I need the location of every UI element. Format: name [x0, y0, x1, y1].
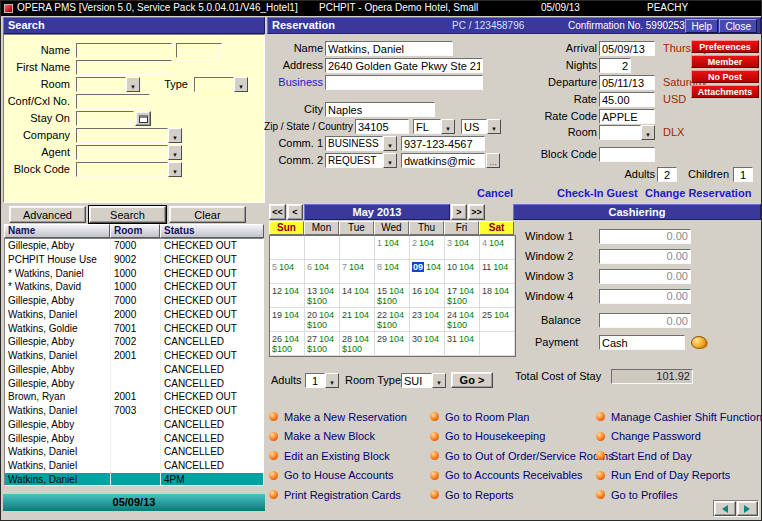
room-dropdown-button[interactable]: ▼ — [126, 77, 140, 92]
calendar-day[interactable]: 5104 — [270, 260, 305, 284]
money-icon[interactable] — [691, 336, 707, 349]
country-dropdown-button[interactable]: ▼ — [487, 119, 501, 134]
stay-on-calendar-button[interactable] — [135, 111, 151, 126]
calendar-day[interactable]: 4104 — [480, 236, 515, 260]
company-input[interactable] — [76, 128, 168, 143]
calendar-day[interactable]: 18104 — [480, 284, 515, 308]
calendar-day[interactable]: 27104$100 — [305, 332, 340, 356]
search-name-secondary-input[interactable] — [176, 43, 222, 58]
cal-room-type-input[interactable] — [401, 373, 432, 388]
no-post-button[interactable]: No Post — [691, 70, 759, 83]
type-dropdown-button[interactable]: ▼ — [234, 77, 248, 92]
prev-page-button[interactable] — [714, 501, 736, 516]
comm2-type-input[interactable] — [325, 153, 383, 168]
balance-field[interactable] — [599, 313, 691, 328]
cashier-window-value[interactable] — [599, 269, 691, 284]
agent-dropdown-button[interactable]: ▼ — [168, 145, 182, 160]
quick-link[interactable]: Start End of Day — [596, 446, 761, 466]
table-row[interactable]: PCHPIT House Use9002CHECKED OUT — [5, 253, 263, 267]
calendar-day[interactable]: 09104 — [410, 260, 445, 284]
table-row[interactable]: * Watkins, Daniel1000CHECKED OUT — [5, 267, 263, 281]
table-row[interactable]: Watkins, Daniel2000CHECKED OUT — [5, 308, 263, 322]
prev-year-button[interactable]: << — [269, 204, 286, 220]
cashier-window-value[interactable] — [599, 229, 691, 244]
quick-link[interactable]: Go to House Accounts — [269, 466, 430, 486]
preferences-button[interactable]: Preferences — [691, 40, 759, 53]
stay-on-input[interactable] — [76, 111, 134, 126]
comm1-value-input[interactable] — [401, 136, 485, 151]
calendar-day[interactable]: 3104 — [445, 236, 480, 260]
prev-month-button[interactable]: < — [287, 204, 303, 220]
table-row[interactable]: Gillespie, AbbyCANCELLED — [5, 377, 263, 391]
clear-button[interactable]: Clear — [169, 206, 246, 223]
next-year-button[interactable]: >> — [468, 204, 485, 220]
res-block-code-input[interactable] — [599, 147, 655, 162]
calendar-day[interactable]: 31104 — [445, 332, 480, 356]
quick-link[interactable]: Print Registration Cards — [269, 485, 430, 505]
calendar-day[interactable]: 20104$100 — [305, 308, 340, 332]
arrival-input[interactable] — [599, 41, 655, 56]
table-row[interactable]: Watkins, Goldie7001CHECKED OUT — [5, 322, 263, 336]
calendar-day[interactable]: 23104 — [410, 308, 445, 332]
column-header-status[interactable]: Status — [160, 224, 264, 238]
payment-input[interactable] — [599, 335, 685, 350]
check-in-guest-link[interactable]: Check-In Guest — [557, 187, 638, 199]
calendar-day[interactable]: 19104 — [270, 308, 305, 332]
search-name-input[interactable] — [76, 43, 172, 58]
calendar-day[interactable]: 28104$100 — [340, 332, 375, 356]
country-input[interactable] — [461, 119, 487, 134]
search-room-input[interactable] — [76, 77, 126, 92]
calendar-day[interactable]: 22104$100 — [375, 308, 410, 332]
help-button[interactable]: Help — [685, 19, 718, 33]
attachments-button[interactable]: Attachments — [691, 85, 759, 98]
calendar-day[interactable]: 7104 — [340, 260, 375, 284]
block-code-input[interactable] — [76, 162, 168, 177]
children-input[interactable] — [733, 167, 753, 182]
calendar-day[interactable]: 13104$100 — [305, 284, 340, 308]
next-page-button[interactable] — [737, 501, 759, 516]
calendar-day[interactable]: 14104 — [340, 284, 375, 308]
table-row[interactable]: Gillespie, AbbyCANCELLED — [5, 418, 263, 432]
quick-link[interactable]: Change Password — [596, 427, 761, 447]
calendar-day[interactable]: 2104 — [410, 236, 445, 260]
table-row[interactable]: Gillespie, AbbyCANCELLED — [5, 363, 263, 377]
table-row[interactable]: Brown, Ryan2001CHECKED OUT — [5, 390, 263, 404]
guest-name-input[interactable] — [325, 41, 453, 56]
table-row[interactable]: Gillespie, AbbyCANCELLED — [5, 432, 263, 446]
calendar-day[interactable]: 25104 — [480, 308, 515, 332]
calendar-day[interactable]: 15104$100 — [375, 284, 410, 308]
cal-adults-dropdown-button[interactable]: ▼ — [325, 373, 339, 388]
quick-link[interactable]: Manage Cashier Shift Functions — [596, 407, 761, 427]
quick-link[interactable]: Go to Room Plan — [430, 407, 596, 427]
company-dropdown-button[interactable]: ▼ — [168, 128, 182, 143]
table-row[interactable]: Gillespie, Abby7000CHECKED OUT — [5, 239, 263, 253]
close-button[interactable]: Close — [719, 19, 757, 33]
calendar-day[interactable]: 26104$100 — [270, 332, 305, 356]
comm2-dropdown-button[interactable]: ▼ — [383, 153, 397, 168]
quick-link[interactable]: Make a New Reservation — [269, 407, 430, 427]
res-room-input[interactable] — [599, 125, 641, 140]
calendar-day[interactable]: 1104 — [375, 236, 410, 260]
calendar-day[interactable]: 17104$100 — [445, 284, 480, 308]
nights-input[interactable] — [599, 58, 631, 73]
table-row[interactable]: Gillespie, Abby7002CANCELLED — [5, 335, 263, 349]
calendar-day[interactable]: 12104 — [270, 284, 305, 308]
quick-link[interactable]: Go to Reports — [430, 485, 596, 505]
rate-input[interactable] — [599, 92, 655, 107]
table-row[interactable]: Watkins, DanielCANCELLED — [5, 459, 263, 473]
cal-room-type-dropdown-button[interactable]: ▼ — [432, 373, 446, 388]
search-button[interactable]: Search — [89, 206, 166, 223]
res-room-dropdown-button[interactable]: ▼ — [641, 125, 655, 140]
block-code-dropdown-button[interactable]: ▼ — [168, 162, 182, 177]
cashier-window-value[interactable] — [599, 289, 691, 304]
quick-link[interactable]: Go to Accounts Receivables — [430, 466, 596, 486]
calendar-day[interactable]: 30104 — [410, 332, 445, 356]
rate-code-input[interactable] — [599, 109, 655, 124]
table-row[interactable]: Gillespie, Abby7000CHECKED OUT — [5, 294, 263, 308]
first-name-input[interactable] — [76, 60, 172, 75]
conf-cxl-input[interactable] — [76, 94, 150, 109]
cal-adults-input[interactable] — [305, 373, 325, 388]
comm2-detail-button[interactable]: … — [486, 153, 500, 168]
table-row[interactable]: * Watkins, David1000CHECKED OUT — [5, 280, 263, 294]
member-button[interactable]: Member — [691, 55, 759, 68]
